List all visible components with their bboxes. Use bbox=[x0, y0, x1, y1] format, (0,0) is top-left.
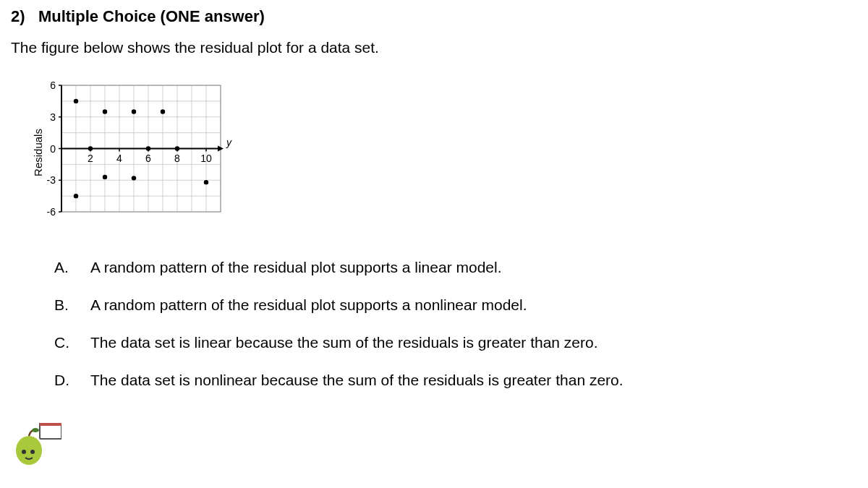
svg-text:10: 10 bbox=[200, 153, 212, 164]
svg-point-53 bbox=[161, 109, 165, 114]
svg-text:-3: -3 bbox=[47, 174, 56, 186]
option-letter: B. bbox=[54, 296, 90, 314]
option-letter: C. bbox=[54, 334, 90, 351]
svg-text:8: 8 bbox=[174, 153, 180, 164]
svg-text:0: 0 bbox=[50, 143, 56, 155]
svg-text:y: y bbox=[226, 137, 232, 148]
y-axis-label: Residuals bbox=[32, 129, 44, 176]
residual-plot: Residuals y-6-3036246810 bbox=[36, 78, 239, 226]
svg-point-47 bbox=[88, 146, 93, 150]
svg-point-55 bbox=[204, 180, 208, 184]
option-b[interactable]: B. A random pattern of the residual plot… bbox=[54, 296, 857, 314]
svg-point-58 bbox=[16, 436, 42, 465]
question-number: 2) bbox=[11, 7, 25, 25]
svg-text:6: 6 bbox=[50, 80, 56, 91]
svg-point-50 bbox=[132, 109, 136, 114]
svg-point-52 bbox=[146, 146, 150, 150]
option-text: The data set is linear because the sum o… bbox=[90, 334, 598, 351]
svg-point-60 bbox=[30, 450, 35, 454]
svg-point-46 bbox=[74, 194, 78, 198]
option-letter: A. bbox=[54, 259, 90, 276]
question-type: Multiple Choice (ONE answer) bbox=[38, 7, 265, 25]
svg-text:6: 6 bbox=[145, 153, 151, 164]
svg-text:4: 4 bbox=[116, 153, 122, 164]
option-text: A random pattern of the residual plot su… bbox=[90, 259, 502, 276]
svg-text:-6: -6 bbox=[47, 206, 56, 218]
option-a[interactable]: A. A random pattern of the residual plot… bbox=[54, 259, 857, 276]
scatter-plot-svg: y-6-3036246810 bbox=[36, 78, 239, 223]
option-d[interactable]: D. The data set is nonlinear because the… bbox=[54, 372, 857, 389]
mascot-icon bbox=[11, 423, 61, 470]
option-c[interactable]: C. The data set is linear because the su… bbox=[54, 334, 857, 351]
svg-text:2: 2 bbox=[88, 153, 93, 164]
option-letter: D. bbox=[54, 372, 90, 389]
question-header: 2) Multiple Choice (ONE answer) bbox=[11, 7, 857, 26]
answer-options: A. A random pattern of the residual plot… bbox=[54, 259, 857, 389]
svg-point-61 bbox=[32, 428, 39, 432]
question-stem: The figure below shows the residual plot… bbox=[11, 39, 857, 56]
svg-point-49 bbox=[103, 175, 107, 179]
svg-point-51 bbox=[132, 176, 136, 180]
option-text: A random pattern of the residual plot su… bbox=[90, 296, 527, 314]
option-text: The data set is nonlinear because the su… bbox=[90, 372, 624, 389]
svg-rect-57 bbox=[40, 423, 61, 426]
svg-point-45 bbox=[74, 99, 78, 103]
svg-point-48 bbox=[103, 109, 107, 114]
svg-text:3: 3 bbox=[50, 111, 56, 123]
svg-point-59 bbox=[22, 450, 26, 454]
svg-point-54 bbox=[175, 146, 179, 150]
